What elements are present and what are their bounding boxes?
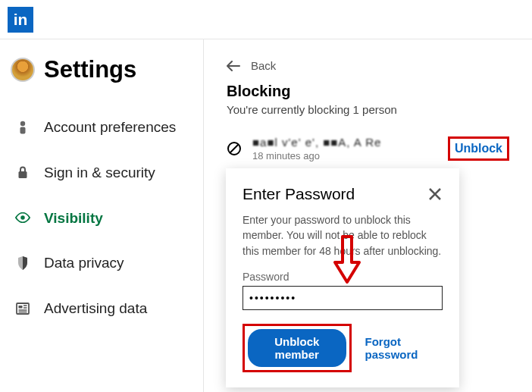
sidebar-item-data-privacy[interactable]: Data privacy (8, 240, 203, 286)
forgot-password-link[interactable]: Forgot password (365, 335, 443, 361)
unblock-button[interactable]: Unblock (448, 136, 509, 161)
blocked-member-name: ■a■l v'e' e', ■■A, A Re (252, 136, 381, 149)
section-title: Blocking (227, 83, 509, 100)
arrow-left-icon (227, 61, 240, 71)
sidebar-item-advertising-data[interactable]: Advertising data (8, 286, 203, 331)
password-label: Password (243, 271, 443, 283)
annotation-highlight: Unblock member (243, 324, 352, 372)
lock-icon (15, 166, 30, 180)
modal-actions: Unblock member Forgot password (243, 324, 443, 372)
section-subtitle: You're currently blocking 1 person (227, 103, 509, 116)
avatar[interactable] (11, 58, 35, 82)
svg-line-11 (230, 145, 239, 153)
sidebar-item-label: Advertising data (44, 299, 147, 318)
shield-icon (15, 256, 30, 271)
password-input[interactable] (243, 286, 443, 310)
modal-description: Enter your password to unblock this memb… (243, 212, 443, 259)
blocked-member-time: 18 minutes ago (252, 150, 381, 162)
unblock-member-button[interactable]: Unblock member (248, 329, 346, 367)
modal-title: Enter Password (243, 185, 355, 203)
modal-header: Enter Password (243, 185, 443, 203)
sidebar-item-account-preferences[interactable]: Account preferences (8, 105, 203, 150)
sidebar-item-label: Data privacy (44, 254, 124, 272)
linkedin-logo[interactable]: in (8, 7, 33, 33)
sidebar-item-visibility[interactable]: Visibility (8, 196, 203, 241)
page-title: Settings (44, 56, 136, 83)
back-button[interactable]: Back (227, 59, 509, 72)
svg-point-3 (20, 216, 24, 220)
svg-rect-1 (20, 127, 26, 133)
sidebar-item-label: Account preferences (44, 118, 176, 136)
person-icon (15, 120, 30, 135)
sidebar-header: Settings (8, 53, 203, 105)
enter-password-modal: Enter Password Enter your password to un… (226, 168, 459, 387)
back-label: Back (251, 59, 276, 72)
close-icon[interactable] (427, 187, 443, 202)
sidebar-item-label: Visibility (44, 209, 103, 227)
sidebar-item-sign-in-security[interactable]: Sign in & security (8, 150, 203, 196)
svg-point-0 (20, 121, 25, 126)
newspaper-icon (15, 303, 30, 315)
svg-rect-5 (19, 306, 23, 309)
eye-icon (15, 212, 30, 223)
settings-sidebar: Settings Account preferences Sign in & s… (0, 39, 203, 392)
blocked-member-info: ■a■l v'e' e', ■■A, A Re 18 minutes ago (252, 136, 381, 162)
block-icon (227, 141, 242, 156)
svg-rect-2 (19, 171, 27, 178)
sidebar-item-label: Sign in & security (44, 164, 155, 182)
global-topbar: in (0, 0, 532, 39)
blocked-member-row: ■a■l v'e' e', ■■A, A Re 18 minutes ago U… (227, 136, 509, 162)
